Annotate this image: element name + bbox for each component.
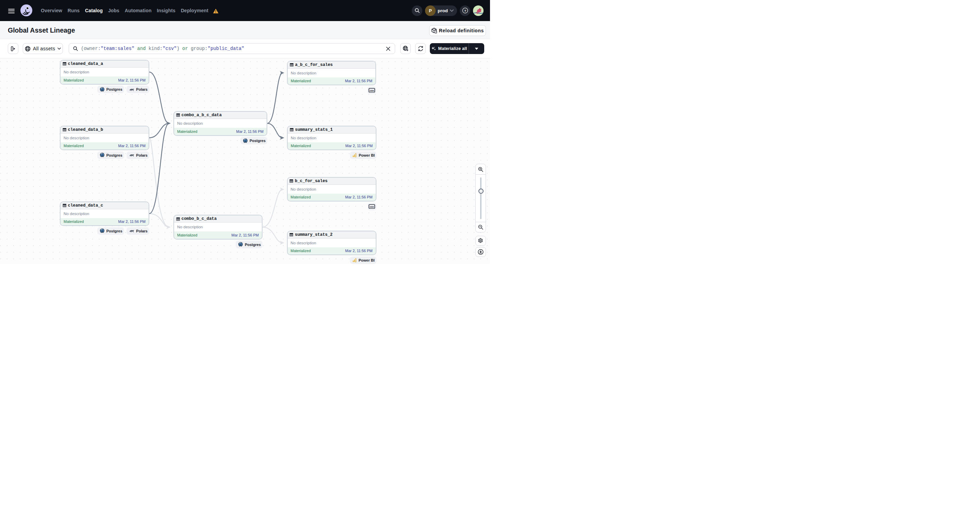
svg-text:csv: csv (370, 89, 374, 92)
svg-text:?: ? (464, 9, 466, 13)
svg-text:csv: csv (370, 205, 374, 208)
